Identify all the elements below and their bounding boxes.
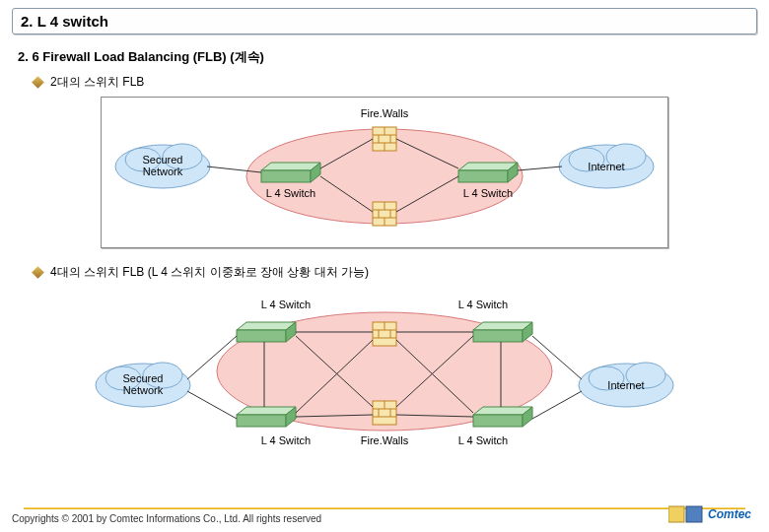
d1-secured-l1: Secured [143, 154, 183, 166]
svg-rect-36 [473, 330, 523, 342]
l4-switch-icon [261, 163, 320, 182]
svg-rect-21 [261, 170, 311, 182]
comtec-logo: Comtec [668, 504, 757, 524]
bullet-2-text: 4대의 스위치 FLB (L 4 스위치 이중화로 장애 상황 대처 가능) [50, 264, 369, 281]
svg-rect-39 [237, 415, 286, 427]
copyright-text: Copyrights © 2001 by Comtec Informations… [12, 513, 321, 524]
link [518, 166, 562, 170]
bullet-1: 2대의 스위치 FLB [34, 74, 757, 91]
logo-text: Comtec [708, 507, 751, 521]
svg-rect-42 [473, 415, 523, 427]
diagram-2: Secured Network Internet L 4 Switch L 4 … [81, 287, 688, 454]
l4-switch-icon [237, 322, 296, 342]
svg-rect-71 [686, 506, 702, 522]
d2-tl: L 4 Switch [261, 299, 311, 310]
d2-internet-label: Internet [607, 379, 644, 391]
d2-secured-l1: Secured [123, 372, 164, 384]
firewall-icon [373, 202, 396, 226]
d1-secured-l2: Network [143, 166, 183, 177]
diagram-1-svg: Fire.Walls [108, 105, 661, 233]
section-subtitle: 2. 6 Firewall Load Balancing (FLB) (계속) [18, 48, 757, 66]
d1-firewalls-label: Fire.Walls [361, 107, 409, 119]
d2-fw-label: Fire.Walls [361, 434, 409, 446]
page-title: 2. L 4 switch [21, 13, 748, 30]
d2-br: L 4 Switch [458, 434, 508, 446]
d2-secured-l2: Network [123, 384, 164, 396]
l4-switch-icon [473, 322, 532, 342]
title-box: 2. L 4 switch [12, 8, 757, 34]
firewall-icon [373, 322, 396, 346]
firewall-icon [373, 127, 396, 151]
logo-svg: Comtec [668, 504, 757, 524]
l4-switch-icon [237, 407, 296, 427]
diagram-1: Fire.Walls [101, 97, 668, 248]
diagram-2-svg: Secured Network Internet L 4 Switch L 4 … [89, 287, 680, 454]
d1-internet-label: Internet [588, 161, 624, 172]
d2-bl: L 4 Switch [261, 434, 311, 446]
page: 2. L 4 switch 2. 6 Firewall Load Balanci… [0, 0, 769, 532]
bullet-2: 4대의 스위치 FLB (L 4 스위치 이중화로 장애 상황 대처 가능) [34, 264, 757, 281]
d2-tr: L 4 Switch [458, 299, 508, 310]
svg-rect-33 [237, 330, 286, 342]
diamond-icon [32, 266, 44, 279]
d1-l4-left: L 4 Switch [266, 187, 315, 199]
diamond-icon [32, 76, 44, 89]
svg-rect-24 [458, 170, 508, 182]
l4-switch-icon [458, 163, 518, 182]
l4-switch-icon [473, 407, 532, 427]
bullet-1-text: 2대의 스위치 FLB [50, 74, 144, 91]
svg-rect-70 [668, 506, 684, 522]
d1-l4-right: L 4 Switch [463, 187, 513, 199]
firewall-icon [373, 401, 396, 425]
svg-line-59 [532, 391, 582, 419]
svg-line-57 [187, 391, 237, 419]
footer: Copyrights © 2001 by Comtec Informations… [12, 507, 757, 524]
